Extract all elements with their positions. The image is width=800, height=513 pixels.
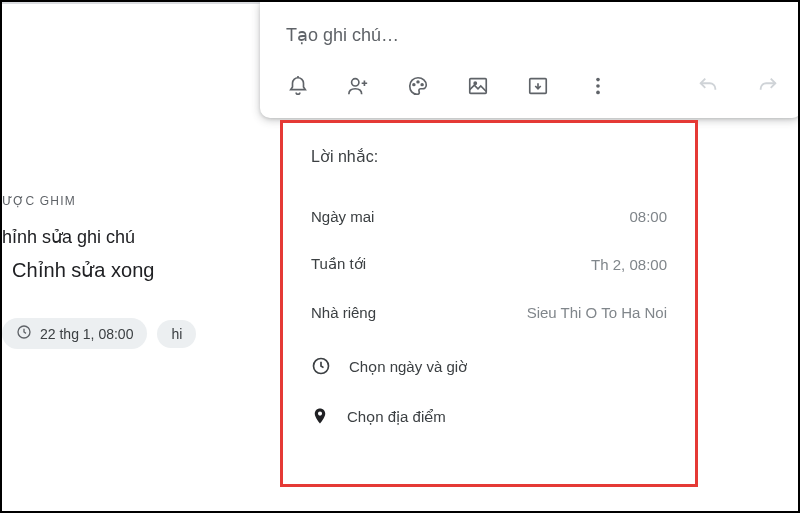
pick-date-time[interactable]: Chọn ngày và giờ <box>311 342 667 392</box>
clock-icon <box>311 356 331 379</box>
label-chip[interactable]: hi <box>157 320 196 348</box>
svg-point-8 <box>596 78 600 82</box>
reminder-option-value: Th 2, 08:00 <box>591 256 667 273</box>
note-editor-card: Tạo ghi chú… <box>260 2 800 118</box>
reminder-chip-label: 22 thg 1, 08:00 <box>40 326 133 342</box>
svg-rect-5 <box>470 79 487 94</box>
reminder-chip[interactable]: 22 thg 1, 08:00 <box>2 318 147 349</box>
reminder-option-next-week[interactable]: Tuần tới Th 2, 08:00 <box>311 240 667 288</box>
reminder-option-label: Ngày mai <box>311 208 374 225</box>
reminder-option-home[interactable]: Nhà riêng Sieu Thi O To Ha Noi <box>311 288 667 336</box>
pick-date-time-label: Chọn ngày và giờ <box>349 358 467 376</box>
note-title[interactable]: hỉnh sửa ghi chú <box>2 226 262 248</box>
redo-button[interactable] <box>754 72 782 100</box>
reminder-option-label: Nhà riêng <box>311 304 376 321</box>
remind-me-button[interactable] <box>284 72 312 100</box>
undo-button[interactable] <box>694 72 722 100</box>
note-chips: 22 thg 1, 08:00 hi <box>2 318 262 349</box>
reminder-option-label: Tuần tới <box>311 255 366 273</box>
reminder-option-value: 08:00 <box>629 208 667 225</box>
svg-point-2 <box>413 84 415 86</box>
reminder-title: Lời nhắc: <box>311 147 667 166</box>
note-toolbar <box>268 68 794 110</box>
reminder-popover: Lời nhắc: Ngày mai 08:00 Tuần tới Th 2, … <box>280 120 698 487</box>
location-icon <box>311 407 329 428</box>
note-body[interactable]: Chỉnh sửa xong <box>12 258 262 282</box>
note-input[interactable]: Tạo ghi chú… <box>268 16 794 68</box>
clock-icon <box>16 324 32 343</box>
more-button[interactable] <box>584 72 612 100</box>
svg-point-4 <box>421 84 423 86</box>
label-chip-text: hi <box>171 326 182 342</box>
svg-point-6 <box>474 82 476 84</box>
color-button[interactable] <box>404 72 432 100</box>
svg-point-1 <box>352 79 359 86</box>
svg-point-10 <box>596 91 600 95</box>
svg-point-9 <box>596 84 600 88</box>
pick-location[interactable]: Chọn địa điểm <box>311 392 667 442</box>
pinned-section-header: ƯỢC GHIM <box>2 194 262 208</box>
archive-button[interactable] <box>524 72 552 100</box>
collaborator-button[interactable] <box>344 72 372 100</box>
reminder-option-value: Sieu Thi O To Ha Noi <box>527 304 667 321</box>
reminder-option-tomorrow[interactable]: Ngày mai 08:00 <box>311 192 667 240</box>
add-image-button[interactable] <box>464 72 492 100</box>
notes-list-panel: ƯỢC GHIM hỉnh sửa ghi chú Chỉnh sửa xong… <box>2 2 262 511</box>
pick-location-label: Chọn địa điểm <box>347 408 446 426</box>
svg-point-3 <box>417 81 419 83</box>
